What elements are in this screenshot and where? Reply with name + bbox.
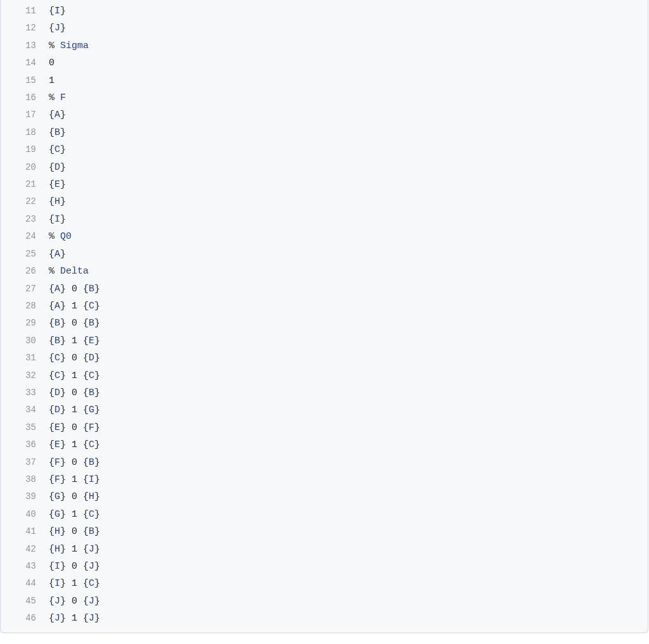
code-token: G: [54, 509, 60, 520]
code-token: {: [83, 318, 89, 329]
code-token: 0: [72, 596, 83, 607]
code-token: 0: [72, 561, 83, 572]
code-token: }: [60, 561, 72, 572]
code-line: 35{E} 0 {F}: [1, 419, 648, 436]
code-token: {: [49, 127, 54, 138]
code-token: {: [49, 422, 54, 433]
line-number: 36: [1, 436, 45, 453]
code-line: 38{F} 1 {I}: [1, 471, 648, 488]
code-token: }: [94, 301, 100, 312]
code-token: {: [49, 6, 54, 16]
code-token: {: [83, 439, 89, 450]
code-token: {: [49, 301, 54, 312]
line-content: {E} 1 {C}: [45, 436, 648, 453]
code-token: {: [83, 509, 89, 520]
code-token: C: [54, 144, 60, 155]
code-token: }: [94, 509, 100, 520]
line-content: {H}: [45, 193, 648, 210]
code-token: {: [83, 561, 89, 572]
line-number: 44: [1, 575, 45, 592]
code-token: J: [89, 613, 94, 624]
code-token: %: [49, 92, 60, 103]
code-line: 31{C} 0 {D}: [1, 350, 648, 367]
code-token: {: [83, 474, 89, 485]
code-token: }: [94, 544, 100, 555]
code-line: 45{J} 0 {J}: [1, 593, 648, 610]
line-number: 16: [1, 89, 45, 106]
code-token: }: [94, 370, 100, 381]
code-token: Delta: [60, 266, 89, 277]
line-content: {C} 0 {D}: [45, 350, 648, 367]
code-line: 140: [1, 54, 648, 72]
code-token: }: [60, 509, 72, 520]
code-token: %: [49, 231, 60, 242]
code-line: 43{I} 0 {J}: [1, 558, 648, 575]
code-token: }: [94, 491, 100, 502]
code-token: B: [54, 336, 60, 346]
code-token: {: [49, 561, 54, 572]
code-token: C: [89, 370, 94, 381]
code-token: %: [49, 266, 60, 277]
code-line: 42{H} 1 {J}: [1, 541, 648, 558]
code-token: }: [60, 439, 72, 450]
code-token: {: [49, 388, 54, 398]
line-content: {I} 0 {J}: [45, 558, 648, 575]
line-content: % Sigma: [45, 37, 648, 54]
code-token: {: [49, 544, 54, 555]
code-block: 11{I}12{J}13% Sigma14015116% F17{A}18{B}…: [0, 0, 648, 633]
code-token: D: [54, 162, 60, 173]
code-token: }: [94, 318, 100, 329]
code-token: {: [49, 336, 54, 346]
code-token: {: [83, 388, 89, 398]
code-token: E: [89, 336, 94, 346]
code-token: 0: [72, 388, 83, 398]
code-token: 0: [49, 58, 54, 68]
line-number: 43: [1, 558, 45, 575]
code-token: {: [49, 23, 54, 34]
line-number: 23: [1, 211, 45, 228]
line-number: 15: [1, 72, 45, 89]
code-line: 25{A}: [1, 246, 648, 263]
code-token: }: [94, 405, 100, 415]
code-token: 0: [72, 284, 83, 294]
code-token: A: [54, 301, 60, 312]
line-content: {D}: [45, 159, 648, 176]
code-token: B: [54, 318, 60, 329]
line-number: 30: [1, 332, 45, 350]
code-token: 1: [72, 544, 83, 555]
code-token: J: [89, 561, 94, 572]
line-content: {C}: [45, 141, 648, 158]
code-token: C: [89, 301, 94, 312]
line-number: 14: [1, 54, 45, 72]
code-token: E: [54, 422, 60, 433]
line-number: 17: [1, 106, 45, 123]
line-content: {H} 1 {J}: [45, 541, 648, 558]
line-number: 12: [1, 20, 45, 37]
code-token: }: [60, 301, 72, 312]
code-token: }: [60, 526, 72, 537]
line-number: 28: [1, 298, 45, 315]
line-content: {A}: [45, 246, 648, 263]
line-number: 31: [1, 350, 45, 367]
code-token: }: [94, 284, 100, 294]
code-token: {: [83, 491, 89, 502]
code-token: {: [49, 162, 54, 173]
code-token: {: [49, 353, 54, 363]
line-content: {J} 1 {J}: [45, 610, 648, 627]
line-content: {A} 1 {C}: [45, 298, 648, 315]
code-token: }: [60, 388, 72, 398]
code-token: }: [94, 422, 100, 433]
code-token: 1: [72, 301, 83, 312]
code-line: 28{A} 1 {C}: [1, 298, 648, 315]
line-content: % F: [45, 89, 648, 106]
code-line: 32{C} 1 {C}: [1, 367, 648, 384]
code-token: H: [54, 526, 60, 537]
code-token: {: [49, 613, 54, 624]
code-token: }: [94, 457, 100, 468]
code-token: 0: [72, 526, 83, 537]
code-token: }: [60, 23, 66, 34]
code-token: J: [54, 23, 60, 34]
code-token: D: [89, 353, 94, 363]
line-number: 25: [1, 246, 45, 263]
code-token: Sigma: [60, 41, 89, 51]
